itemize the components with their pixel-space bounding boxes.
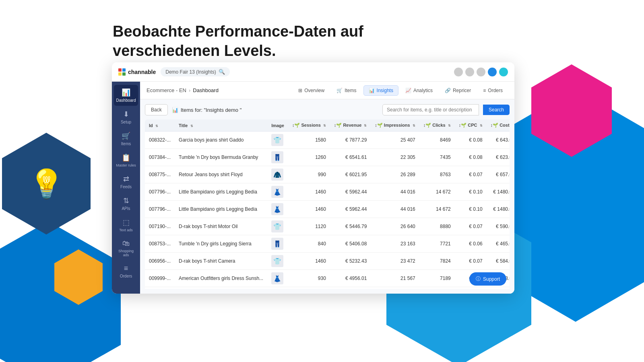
hex-blue-bottom bbox=[0, 221, 121, 362]
cell-title: Tumble 'n Dry boys Bermuda Granby bbox=[175, 149, 267, 166]
table-row[interactable]: 008322-... Garcia boys jeans shirt Gaddo… bbox=[145, 132, 510, 149]
cell-sessions: 1460 bbox=[288, 201, 330, 218]
table-wrapper: Id ⇅ Title ⇅ Image ↕🌱 Sessions ⇅ ↕🌱 Reve… bbox=[145, 119, 510, 289]
sidebar-item-text-ads[interactable]: ⬚ Text ads bbox=[114, 215, 138, 235]
support-button[interactable]: ⓘ Support bbox=[469, 272, 506, 286]
items-table: Id ⇅ Title ⇅ Image ↕🌱 Sessions ⇅ ↕🌱 Reve… bbox=[145, 119, 510, 289]
hero-section: Beobachte Performance-Daten auf verschie… bbox=[113, 22, 363, 60]
cell-cost: € 584.00 bbox=[487, 253, 510, 270]
dot-3 bbox=[477, 68, 485, 76]
cell-clicks: 7435 bbox=[419, 149, 455, 166]
items-icon: 🛒 bbox=[122, 132, 130, 140]
topbar-tab[interactable]: Demo Fair 13 (Insights) 🔍 bbox=[161, 67, 229, 76]
table-row[interactable]: 007384-... Tumble 'n Dry boys Bermuda Gr… bbox=[145, 149, 510, 166]
dot-cyan[interactable] bbox=[499, 68, 508, 76]
sidebar-item-feeds[interactable]: ⇄ Feeds bbox=[114, 171, 138, 192]
table-row[interactable]: 009999-... American Outfitters girls Dre… bbox=[145, 270, 510, 287]
search-input[interactable] bbox=[382, 104, 479, 115]
dot-1 bbox=[454, 68, 463, 76]
cell-id: 008753-... bbox=[145, 235, 175, 253]
cell-sessions: 990 bbox=[288, 166, 330, 183]
hex-pink bbox=[531, 64, 612, 157]
feeds-icon: ⇄ bbox=[123, 175, 129, 183]
col-header-title[interactable]: Title ⇅ bbox=[175, 119, 267, 132]
page-title: Beobachte Performance-Daten auf verschie… bbox=[113, 22, 363, 60]
sidebar: 📊 Dashboard ⬇ Setup 🛒 Items 📋 Master rul… bbox=[112, 82, 140, 294]
shopping-ads-icon: 🛍 bbox=[122, 239, 130, 248]
cell-sessions: 1580 bbox=[288, 132, 330, 149]
sidebar-item-setup[interactable]: ⬇ Setup bbox=[114, 107, 138, 128]
table-row[interactable]: 007190-... D-rak boys T-shirt Motor Oil … bbox=[145, 218, 510, 235]
sidebar-item-orders[interactable]: ≡ Orders bbox=[114, 261, 138, 282]
sidebar-label-setup: Setup bbox=[121, 120, 131, 124]
cell-clicks: 7824 bbox=[419, 253, 455, 270]
cell-cost: € 590.00 bbox=[487, 218, 510, 235]
cell-impressions: 26 289 bbox=[371, 166, 419, 183]
cell-impressions: 23 373 bbox=[371, 287, 419, 289]
cell-cpc: € 0.08 bbox=[455, 149, 487, 166]
cell-id: 008694-... bbox=[145, 287, 175, 289]
cell-image: 👕 bbox=[267, 132, 288, 149]
col-header-cpc[interactable]: ↕🌱 CPC ⇅ bbox=[455, 119, 487, 132]
table-row[interactable]: 007796-... Little Bampidano girls Leggin… bbox=[145, 183, 510, 201]
dot-blue[interactable] bbox=[488, 68, 497, 76]
cell-id: 008322-... bbox=[145, 132, 175, 149]
table-body: 008322-... Garcia boys jeans shirt Gaddo… bbox=[145, 132, 510, 289]
cell-revenue: € 5446.79 bbox=[330, 218, 371, 235]
insights-bar-icon: 📊 bbox=[172, 107, 178, 113]
app-body: 📊 Dashboard ⬇ Setup 🛒 Items 📋 Master rul… bbox=[112, 82, 514, 294]
cell-title: Little Bampidano girls Legging Bedia bbox=[175, 183, 267, 201]
cell-cost: € 643.00 bbox=[487, 132, 510, 149]
cell-cpc: € 0.07 bbox=[455, 253, 487, 270]
cell-clicks: 14 672 bbox=[419, 201, 455, 218]
tab-overview[interactable]: ⊞ Overview bbox=[293, 85, 330, 96]
logo-sq-blue bbox=[122, 68, 126, 72]
back-button[interactable]: Back bbox=[145, 104, 168, 115]
apis-icon: ⇅ bbox=[123, 196, 129, 205]
table-row[interactable]: 008753-... Tumble 'n Dry girls Legging S… bbox=[145, 235, 510, 253]
cell-revenue: € 4956.01 bbox=[330, 270, 371, 287]
dashboard-icon: 📊 bbox=[122, 88, 130, 97]
cell-id: 009999-... bbox=[145, 270, 175, 287]
sidebar-item-apis[interactable]: ⇅ APIs bbox=[114, 193, 138, 214]
tab-items[interactable]: 🛒 Items bbox=[331, 85, 361, 96]
table-row[interactable]: 008775-... Retour Jeans boys shirt Floyd… bbox=[145, 166, 510, 183]
tab-repricer[interactable]: 🔗 Repricer bbox=[440, 85, 476, 96]
tab-insights[interactable]: 📊 Insights bbox=[363, 85, 398, 96]
search-bar: Back 📊 Items for: "Insights demo " Searc… bbox=[145, 104, 510, 115]
items-tab-icon: 🛒 bbox=[336, 88, 343, 93]
cell-title: Little Bampidano girls Legging Bedia bbox=[175, 201, 267, 218]
logo-sq-red bbox=[118, 68, 122, 72]
logo-sq-yellow bbox=[118, 72, 122, 76]
cell-clicks: 8763 bbox=[419, 166, 455, 183]
cell-revenue: € 5232.43 bbox=[330, 253, 371, 270]
table-row[interactable]: 008694-... Blue Seven boys Sweater Route… bbox=[145, 287, 510, 289]
sidebar-item-dashboard[interactable]: 📊 Dashboard bbox=[114, 85, 138, 106]
col-header-revenue[interactable]: ↕🌱 Revenue ⇅ bbox=[330, 119, 371, 132]
repricer-icon: 🔗 bbox=[445, 88, 451, 93]
tab-analytics[interactable]: 📈 Analytics bbox=[400, 85, 438, 96]
col-header-id[interactable]: Id ⇅ bbox=[145, 119, 175, 132]
tab-orders[interactable]: ≡ Orders bbox=[478, 85, 508, 96]
logo-name: channable bbox=[128, 69, 156, 75]
cell-sessions: 1120 bbox=[288, 218, 330, 235]
cell-revenue: € 6541.61 bbox=[330, 149, 371, 166]
sidebar-item-items[interactable]: 🛒 Items bbox=[114, 128, 138, 149]
table-row[interactable]: 006956-... D-rak boys T-shirt Camera 👕 1… bbox=[145, 253, 510, 270]
product-image: 👖 bbox=[271, 238, 283, 250]
cell-revenue: € 5962.44 bbox=[330, 183, 371, 201]
sidebar-label-dashboard: Dashboard bbox=[116, 98, 136, 103]
col-header-cost[interactable]: ↕🌱 Cost ⇅ bbox=[487, 119, 510, 132]
cell-id: 007384-... bbox=[145, 149, 175, 166]
cell-sessions: 1010 bbox=[288, 287, 330, 289]
col-header-sessions[interactable]: ↕🌱 Sessions ⇅ bbox=[288, 119, 330, 132]
col-header-impressions[interactable]: ↕🌱 Impressions ⇅ bbox=[371, 119, 419, 132]
cell-image: 👖 bbox=[267, 149, 288, 166]
cell-impressions: 21 567 bbox=[371, 270, 419, 287]
col-header-clicks[interactable]: ↕🌱 Clicks ⇅ bbox=[419, 119, 455, 132]
table-row[interactable]: 007796-... Little Bampidano girls Leggin… bbox=[145, 201, 510, 218]
sidebar-item-shopping-ads[interactable]: 🛍 Shopping ads bbox=[114, 236, 138, 260]
sidebar-item-master-rules[interactable]: 📋 Master rules bbox=[114, 150, 138, 171]
search-button[interactable]: Search bbox=[483, 105, 510, 115]
table-area: Back 📊 Items for: "Insights demo " Searc… bbox=[140, 99, 514, 294]
